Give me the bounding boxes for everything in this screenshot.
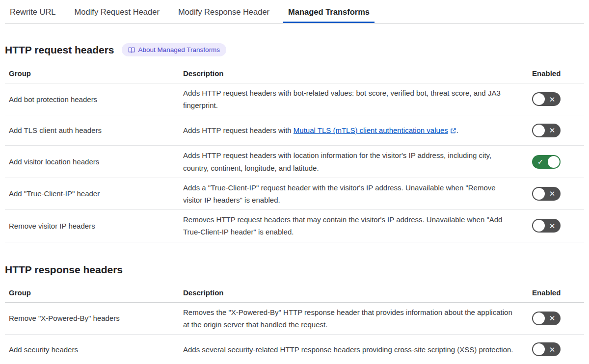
column-header-group: Group — [9, 288, 183, 297]
table-header-row: Group Description Enabled — [5, 63, 584, 83]
toggle-knob — [533, 125, 545, 136]
tab-rewrite-url[interactable]: Rewrite URL — [5, 0, 61, 23]
column-header-enabled: Enabled — [528, 69, 580, 78]
table-row-remove-x-powered-by-headers: Remove "X-Powered-By" headersRemoves the… — [5, 303, 584, 335]
description-cell: Removes the "X-Powered-By" HTTP response… — [183, 306, 528, 331]
x-icon: ✕ — [545, 346, 560, 353]
toggle-knob — [548, 156, 560, 168]
table-row-add-visitor-location-headers: Add visitor location headersAdds HTTP re… — [5, 146, 584, 178]
external-link-icon — [448, 126, 456, 134]
book-icon — [128, 47, 135, 53]
enabled-toggle-add-true-client-ip-header[interactable]: ✕ — [532, 187, 561, 201]
about-managed-transforms-badge[interactable]: About Managed Transforms — [122, 43, 227, 56]
description-cell: Adds a "True-Client-IP" request header w… — [183, 182, 528, 206]
enabled-toggle-add-bot-protection-headers[interactable]: ✕ — [532, 92, 561, 106]
request-headers-section: HTTP request headers About Managed Trans… — [5, 43, 584, 242]
request-headers-rows: Add bot protection headersAdds HTTP requ… — [5, 83, 584, 242]
toggle-knob — [533, 220, 545, 232]
x-icon: ✕ — [545, 190, 560, 197]
enabled-cell: ✕ — [528, 92, 580, 106]
description-link[interactable]: Mutual TLS (mTLS) client authentication … — [294, 126, 456, 134]
request-section-header: HTTP request headers About Managed Trans… — [5, 43, 584, 56]
table-row-add-tls-client-auth-headers: Add TLS client auth headersAdds HTTP req… — [5, 115, 584, 146]
group-cell: Add bot protection headers — [9, 93, 183, 105]
x-icon: ✕ — [545, 314, 560, 322]
group-cell: Remove visitor IP headers — [9, 220, 183, 232]
column-header-description: Description — [183, 288, 528, 297]
group-cell: Add "True-Client-IP" header — [9, 187, 183, 200]
description-cell: Adds HTTP request headers with Mutual TL… — [183, 124, 528, 136]
toggle-knob — [533, 312, 545, 324]
table-header-row: Group Description Enabled — [5, 282, 584, 303]
tab-modify-response-header[interactable]: Modify Response Header — [173, 0, 274, 23]
enabled-cell: ✕ — [528, 342, 580, 356]
description-cell: Adds HTTP request headers with bot-relat… — [183, 87, 528, 111]
table-row-add-security-headers: Add security headersAdds several securit… — [5, 335, 584, 364]
enabled-cell: ✓ — [528, 155, 580, 169]
enabled-toggle-remove-visitor-ip-headers[interactable]: ✕ — [532, 219, 561, 233]
group-cell: Add security headers — [9, 343, 183, 356]
response-section-header: HTTP response headers — [5, 264, 584, 276]
section-title-request: HTTP request headers — [5, 44, 114, 56]
tab-managed-transforms[interactable]: Managed Transforms — [283, 0, 375, 23]
response-headers-table: Group Description Enabled Remove "X-Powe… — [5, 282, 584, 364]
response-headers-rows: Remove "X-Powered-By" headersRemoves the… — [5, 303, 584, 364]
enabled-cell: ✕ — [528, 187, 580, 201]
check-icon: ✓ — [533, 158, 548, 165]
column-header-group: Group — [9, 69, 183, 78]
column-header-description: Description — [183, 69, 528, 78]
column-header-enabled: Enabled — [528, 288, 580, 297]
enabled-toggle-add-tls-client-auth-headers[interactable]: ✕ — [532, 124, 561, 137]
group-cell: Remove "X-Powered-By" headers — [9, 312, 183, 324]
enabled-toggle-add-visitor-location-headers[interactable]: ✓ — [532, 155, 561, 169]
group-cell: Add visitor location headers — [9, 156, 183, 168]
section-title-response: HTTP response headers — [5, 264, 123, 276]
enabled-cell: ✕ — [528, 219, 580, 233]
table-row-add-bot-protection-headers: Add bot protection headersAdds HTTP requ… — [5, 83, 584, 115]
enabled-cell: ✕ — [528, 312, 580, 325]
table-row-remove-visitor-ip-headers: Remove visitor IP headersRemoves HTTP re… — [5, 210, 584, 242]
enabled-toggle-add-security-headers[interactable]: ✕ — [532, 342, 561, 356]
description-cell: Adds HTTP request headers with location … — [183, 149, 528, 174]
x-icon: ✕ — [545, 222, 560, 230]
enabled-cell: ✕ — [528, 124, 580, 137]
table-row-add-true-client-ip-header: Add "True-Client-IP" headerAdds a "True-… — [5, 178, 584, 210]
x-icon: ✕ — [545, 96, 560, 103]
tab-modify-request-header[interactable]: Modify Request Header — [70, 0, 164, 23]
x-icon: ✕ — [545, 127, 560, 134]
group-cell: Add TLS client auth headers — [9, 124, 183, 136]
toggle-knob — [533, 343, 545, 355]
request-headers-table: Group Description Enabled Add bot protec… — [5, 63, 584, 242]
toggle-knob — [533, 188, 545, 200]
badge-label: About Managed Transforms — [138, 46, 220, 53]
tab-bar: Rewrite URLModify Request HeaderModify R… — [5, 0, 584, 24]
response-headers-section: HTTP response headers Group Description … — [5, 264, 584, 364]
enabled-toggle-remove-x-powered-by-headers[interactable]: ✕ — [532, 312, 561, 325]
description-cell: Removes HTTP request headers that may co… — [183, 213, 528, 238]
toggle-knob — [533, 93, 545, 105]
description-cell: Adds several security-related HTTP respo… — [183, 343, 528, 356]
